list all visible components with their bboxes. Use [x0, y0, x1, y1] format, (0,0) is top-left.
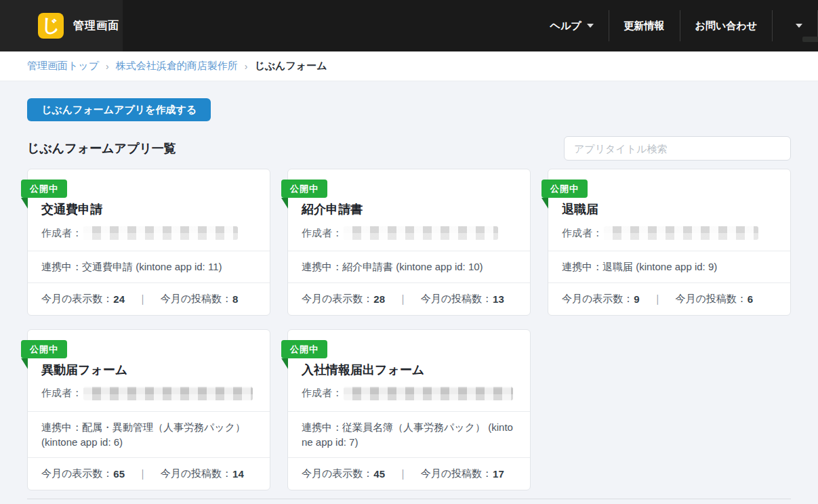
- posts-label: 今月の投稿数：: [421, 467, 492, 480]
- creator-label: 作成者：: [41, 227, 82, 240]
- chevron-down-icon: [587, 24, 594, 28]
- creator-label: 作成者：: [562, 227, 602, 240]
- app-title: 入社情報届出フォーム: [302, 362, 516, 378]
- posts-label: 今月の投稿数：: [161, 467, 232, 480]
- app-card-koutsuuhi[interactable]: 公開中 交通費申請 作成者： 連携中：交通費申請 (kintone app id…: [27, 169, 270, 316]
- app-card-idoutodoke[interactable]: 公開中 異動届フォーム 作成者： 連携中：配属・異動管理（人事労務パック） (k…: [27, 329, 270, 491]
- app-card-taishoku[interactable]: 公開中 退職届 作成者： 連携中：退職届 (kintone app id: 9)…: [548, 169, 791, 316]
- status-badge: 公開中: [281, 340, 327, 358]
- breadcrumb-current-page: じぶんフォーム: [254, 60, 327, 72]
- nav-item-help[interactable]: ヘルプ: [535, 0, 609, 51]
- card-stats: 今月の表示数： 28 ｜ 今月の投稿数： 13: [288, 282, 530, 315]
- creator-row: 作成者：: [562, 226, 777, 240]
- top-navbar: じ 管理画面 ヘルプ 更新情報 お問い合わせ: [0, 0, 818, 51]
- creator-row: 作成者：: [41, 226, 256, 240]
- posts-label: 今月の投稿数：: [161, 293, 232, 306]
- posts-count: 17: [493, 468, 504, 480]
- app-title: 交通費申請: [41, 201, 256, 217]
- linked-app-info: 連携中：退職届 (kintone app id: 9): [548, 251, 790, 282]
- status-badge: 公開中: [21, 180, 67, 198]
- stats-separator: ｜: [138, 293, 148, 306]
- posts-label: 今月の投稿数：: [675, 293, 746, 306]
- page-title: じぶんフォームアプリ一覧: [27, 140, 176, 156]
- user-account-menu[interactable]: [773, 0, 817, 51]
- breadcrumb-company[interactable]: 株式会社浜倉的商店製作所: [116, 60, 238, 72]
- create-form-app-button[interactable]: じぶんフォームアプリを作成する: [27, 98, 211, 121]
- main-content: じぶんフォームアプリを作成する じぶんフォームアプリ一覧 公開中 交通費申請 作…: [0, 81, 818, 504]
- posts-count: 6: [748, 293, 753, 305]
- app-title: 異動届フォーム: [41, 362, 256, 378]
- section-divider: [27, 499, 791, 499]
- status-badge: 公開中: [21, 340, 67, 358]
- nav-item-updates[interactable]: 更新情報: [609, 0, 680, 51]
- redacted-creator-name: [83, 387, 253, 400]
- linked-app-info: 連携中：紹介申請書 (kintone app id: 10): [288, 251, 530, 282]
- breadcrumb-admin-top[interactable]: 管理画面トップ: [27, 60, 99, 72]
- app-title-search-input[interactable]: [564, 136, 791, 161]
- creator-row: 作成者：: [302, 226, 516, 240]
- app-title: 紹介申請書: [302, 201, 516, 217]
- nav-item-contact-label: お問い合わせ: [695, 20, 757, 33]
- redacted-user-name-blur: [802, 37, 818, 42]
- linked-app-info: 連携中：配属・異動管理（人事労務パック） (kintone app id: 6): [28, 411, 270, 458]
- views-label: 今月の表示数：: [41, 467, 113, 480]
- posts-label: 今月の投稿数：: [421, 293, 492, 306]
- views-count: 28: [373, 293, 385, 305]
- posts-count: 14: [232, 468, 244, 480]
- jibun-form-logo-icon: じ: [38, 13, 64, 39]
- stats-separator: ｜: [653, 293, 663, 306]
- brand-block[interactable]: じ 管理画面: [0, 0, 123, 51]
- views-label: 今月の表示数：: [302, 467, 373, 480]
- app-title: 退職届: [562, 201, 777, 217]
- card-stats: 今月の表示数： 65 ｜ 今月の投稿数： 14: [28, 457, 270, 490]
- chevron-down-icon: [796, 24, 802, 28]
- views-label: 今月の表示数：: [562, 293, 633, 306]
- breadcrumb-separator: ›: [245, 61, 248, 72]
- card-stats: 今月の表示数： 24 ｜ 今月の投稿数： 8: [28, 282, 270, 315]
- app-card-nyuusha[interactable]: 公開中 入社情報届出フォーム 作成者： 連携中：従業員名簿（人事労務パック） (…: [287, 329, 531, 491]
- creator-row: 作成者：: [41, 387, 256, 400]
- views-label: 今月の表示数：: [302, 293, 373, 306]
- redacted-creator-name: [344, 226, 498, 240]
- redacted-creator-name: [604, 226, 758, 240]
- redacted-creator-name: [344, 387, 513, 400]
- status-badge: 公開中: [541, 180, 588, 198]
- creator-label: 作成者：: [302, 227, 342, 240]
- creator-label: 作成者：: [302, 387, 342, 400]
- breadcrumb: 管理画面トップ › 株式会社浜倉的商店製作所 › じぶんフォーム: [0, 51, 818, 81]
- posts-count: 8: [232, 293, 238, 305]
- navbar-menu: ヘルプ 更新情報 お問い合わせ: [535, 0, 818, 51]
- nav-item-contact[interactable]: お問い合わせ: [680, 0, 772, 51]
- creator-row: 作成者：: [302, 387, 516, 400]
- card-stats: 今月の表示数： 45 ｜ 今月の投稿数： 17: [288, 457, 530, 490]
- views-label: 今月の表示数：: [41, 293, 113, 306]
- views-count: 24: [113, 293, 125, 305]
- redacted-creator-name: [83, 226, 238, 240]
- linked-app-info: 連携中：交通費申請 (kintone app id: 11): [28, 251, 270, 282]
- stats-separator: ｜: [398, 467, 408, 480]
- list-header: じぶんフォームアプリ一覧: [27, 136, 791, 161]
- nav-item-help-label: ヘルプ: [550, 20, 581, 33]
- creator-label: 作成者：: [41, 387, 82, 400]
- app-card-shoukai[interactable]: 公開中 紹介申請書 作成者： 連携中：紹介申請書 (kintone app id…: [287, 169, 531, 316]
- app-card-grid: 公開中 交通費申請 作成者： 連携中：交通費申請 (kintone app id…: [27, 169, 791, 490]
- posts-count: 13: [493, 293, 504, 305]
- stats-separator: ｜: [138, 467, 148, 480]
- card-stats: 今月の表示数： 9 ｜ 今月の投稿数： 6: [548, 282, 790, 315]
- views-count: 65: [113, 468, 125, 480]
- views-count: 9: [634, 293, 639, 305]
- nav-item-updates-label: 更新情報: [624, 20, 665, 33]
- brand-label: 管理画面: [73, 19, 119, 33]
- stats-separator: ｜: [398, 293, 408, 306]
- views-count: 45: [373, 468, 385, 480]
- status-badge: 公開中: [281, 180, 327, 198]
- linked-app-info: 連携中：従業員名簿（人事労務パック） (kintone app id: 7): [288, 411, 530, 458]
- breadcrumb-separator: ›: [106, 61, 109, 72]
